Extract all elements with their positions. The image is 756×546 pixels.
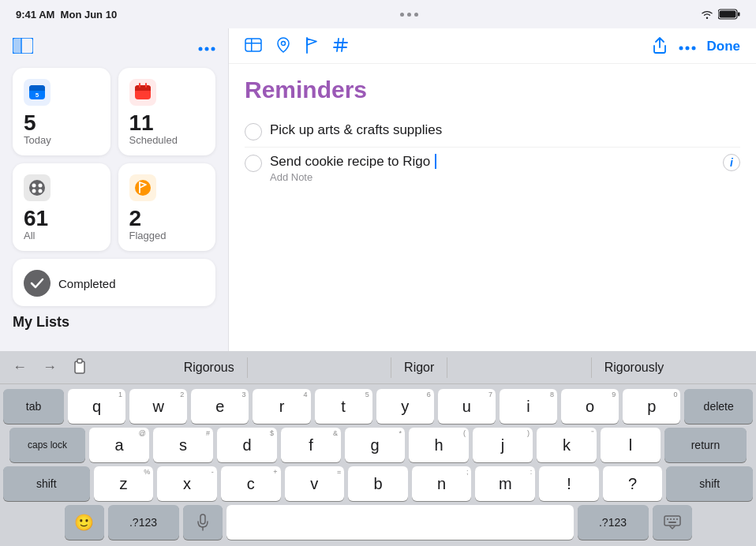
key-c[interactable]: +c: [221, 466, 281, 501]
all-label: All: [24, 230, 48, 241]
reminder-text-1: Pick up arts & crafts supplies: [270, 122, 740, 138]
all-count: 61: [24, 208, 48, 230]
key-m[interactable]: :m: [475, 466, 535, 501]
key-t[interactable]: 5t: [315, 389, 372, 424]
key-g[interactable]: *g: [345, 428, 405, 462]
suggestion-1[interactable]: Rigorous: [171, 357, 248, 378]
space-key[interactable]: [226, 505, 574, 540]
reminder-checkbox-2[interactable]: [245, 155, 262, 172]
flagged-label: Flagged: [129, 230, 167, 241]
toolbar-left-icons: [245, 36, 349, 57]
sidebar-more-button[interactable]: [198, 40, 215, 54]
key-u[interactable]: 7u: [438, 389, 496, 424]
flagged-card[interactable]: 2 Flagged: [118, 163, 216, 251]
key-w[interactable]: 2w: [129, 389, 187, 424]
key-k[interactable]: "k: [537, 428, 597, 462]
svg-rect-40: [664, 516, 680, 525]
today-card[interactable]: 5 5 Today: [13, 68, 110, 155]
shift-right-key[interactable]: shift: [666, 466, 753, 501]
key-o[interactable]: 9o: [561, 389, 619, 424]
key-e[interactable]: 3e: [191, 389, 249, 424]
key-v[interactable]: =v: [285, 466, 345, 501]
svg-rect-1: [738, 13, 740, 17]
keyboard-rows: tab 1q 2w 3e 4r 5t 6y 7u 8i 9o 0p delete…: [0, 384, 756, 546]
svg-rect-15: [135, 88, 151, 91]
svg-point-23: [135, 180, 151, 196]
done-button[interactable]: Done: [707, 39, 741, 54]
reminders-title: Reminders: [245, 77, 740, 103]
svg-point-6: [199, 47, 203, 51]
key-excl[interactable]: !: [539, 466, 599, 501]
key-row-2: caps lock @a #s $d &f *g (h )j "k l retu…: [3, 428, 753, 462]
key-r[interactable]: 4r: [253, 389, 310, 424]
key-x[interactable]: -x: [157, 466, 217, 501]
key-h[interactable]: (h: [409, 428, 469, 462]
wifi-icon: [701, 9, 713, 19]
key-s[interactable]: #s: [153, 428, 213, 462]
reminder-checkbox-1[interactable]: [245, 123, 262, 140]
microphone-key[interactable]: [183, 505, 223, 540]
svg-rect-25: [245, 43, 261, 44]
add-note-label[interactable]: Add Note: [270, 171, 313, 183]
key-b[interactable]: b: [348, 466, 408, 501]
undo-redo-group: ← →: [8, 357, 92, 379]
emoji-key[interactable]: 🙂: [65, 505, 104, 540]
info-icon[interactable]: i: [723, 154, 740, 171]
flagged-count: 2: [129, 208, 167, 230]
capture-icon[interactable]: [245, 38, 262, 55]
numbers-key-left[interactable]: .?123: [108, 505, 179, 540]
more-icon[interactable]: [679, 39, 696, 54]
redo-button[interactable]: →: [38, 357, 62, 377]
location-icon[interactable]: [276, 37, 290, 56]
svg-point-22: [39, 189, 43, 193]
key-n[interactable]: ;n: [412, 466, 472, 501]
status-center: [400, 13, 418, 17]
key-p[interactable]: 0p: [623, 389, 680, 424]
reminder-item-1[interactable]: Pick up arts & crafts supplies: [245, 116, 740, 148]
my-lists-heading: My Lists: [13, 314, 215, 331]
scheduled-card[interactable]: 11 Scheduled: [118, 68, 216, 155]
svg-rect-26: [251, 39, 253, 51]
hide-keyboard-key[interactable]: [653, 505, 692, 540]
completed-card[interactable]: Completed: [13, 259, 215, 306]
key-z[interactable]: %z: [94, 466, 154, 501]
sidebar-toggle-icon[interactable]: [13, 38, 33, 57]
paste-button[interactable]: [68, 357, 92, 379]
today-icon: 5: [28, 83, 47, 102]
key-a[interactable]: @a: [89, 428, 149, 462]
status-right: [701, 9, 740, 20]
key-l[interactable]: l: [601, 428, 661, 462]
svg-point-35: [691, 47, 695, 50]
key-question[interactable]: ?: [603, 466, 663, 501]
svg-rect-24: [245, 39, 261, 51]
shift-left-key[interactable]: shift: [3, 466, 90, 501]
return-key[interactable]: return: [664, 428, 747, 462]
numbers-key-right[interactable]: .?123: [578, 505, 649, 540]
share-icon[interactable]: [652, 36, 668, 57]
undo-button[interactable]: ←: [8, 357, 32, 377]
flag-icon[interactable]: [305, 36, 319, 57]
tab-key[interactable]: tab: [3, 389, 64, 424]
key-y[interactable]: 6y: [376, 389, 434, 424]
key-i[interactable]: 8i: [500, 389, 557, 424]
reminder-item-2[interactable]: Send cookie recipe to Rigo Add Note i: [245, 148, 740, 190]
key-f[interactable]: &f: [281, 428, 341, 462]
status-time: 9:41 AM Mon Jun 10: [16, 9, 117, 21]
smart-list-grid: 5 5 Today: [13, 68, 215, 251]
svg-rect-11: [29, 88, 45, 91]
hashtag-icon[interactable]: [333, 37, 349, 56]
caps-lock-key[interactable]: caps lock: [9, 428, 85, 462]
all-card[interactable]: 61 All: [13, 163, 110, 251]
battery-icon: [718, 9, 740, 20]
suggestions: Rigorous Rigor Rigorously: [99, 357, 748, 378]
key-j[interactable]: )j: [473, 428, 533, 462]
key-q[interactable]: 1q: [68, 389, 125, 424]
suggestion-3[interactable]: Rigorously: [591, 357, 677, 378]
suggestion-2[interactable]: Rigor: [391, 357, 447, 378]
flagged-icon: [133, 178, 152, 197]
key-d[interactable]: $d: [217, 428, 277, 462]
delete-key[interactable]: delete: [684, 389, 753, 424]
content-toolbar: Done: [229, 28, 756, 64]
completed-icon: [24, 270, 51, 297]
svg-line-30: [342, 39, 343, 51]
